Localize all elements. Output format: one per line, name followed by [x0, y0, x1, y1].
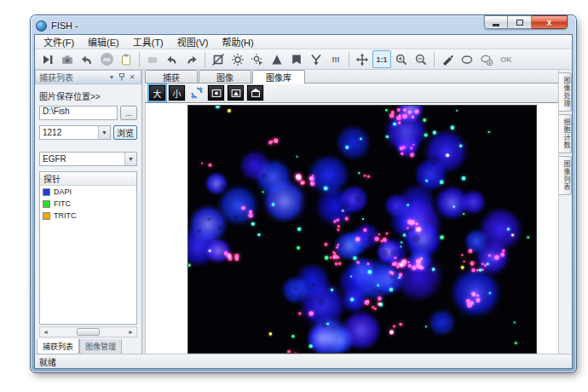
tritc-color-swatch — [43, 212, 50, 220]
caption-buttons: x — [484, 15, 568, 29]
gallery-home-button[interactable] — [247, 85, 263, 101]
menu-help[interactable]: 帮助(H) — [215, 34, 260, 49]
contrast-adjust-icon — [251, 53, 264, 66]
scrollbar-track[interactable] — [51, 327, 125, 337]
dapi-color-swatch — [43, 188, 50, 196]
capture-camera-button[interactable] — [58, 50, 77, 68]
menu-file[interactable]: 文件(F) — [37, 34, 81, 49]
minimize-button[interactable] — [484, 15, 508, 29]
flag-button[interactable] — [287, 50, 306, 68]
step-forward-button[interactable] — [38, 50, 57, 68]
toolbar-separator — [349, 52, 349, 67]
delete-region-button[interactable] — [477, 50, 496, 68]
right-tab-strip: 图像处理 细胞计数 图像列表 — [558, 70, 572, 354]
thumbnail-large-button[interactable]: 大 — [149, 85, 165, 101]
probe-panel-combobox[interactable]: EGFR ▼ — [39, 152, 137, 166]
tab-image-list[interactable]: 图像列表 — [559, 156, 572, 195]
menu-view[interactable]: 视图(V) — [170, 34, 216, 49]
close-icon[interactable]: ✕ — [127, 72, 137, 83]
exclamation-icon: !!! — [332, 55, 340, 64]
main-view: 捕获 图像 图像库 大 小 — [145, 70, 558, 354]
merge-button[interactable] — [307, 50, 326, 68]
capture-list-panel-title: 捕获列表 — [39, 71, 107, 84]
brightness-button[interactable] — [228, 50, 247, 68]
browse-button[interactable]: 浏览 — [113, 125, 137, 140]
refresh-button[interactable] — [188, 85, 205, 101]
rotate-left-icon — [165, 53, 179, 66]
contrast-adjust-button[interactable] — [248, 50, 267, 68]
chevron-down-icon[interactable]: ▾ — [107, 72, 117, 83]
zoom-in-button[interactable] — [392, 50, 411, 68]
scroll-left-icon[interactable]: ◄ — [40, 327, 51, 337]
horizontal-scrollbar[interactable]: ◄ ► — [39, 326, 137, 337]
window-title: FISH - — [51, 20, 78, 31]
list-item[interactable]: FITC — [40, 198, 136, 210]
undo-button[interactable] — [78, 50, 96, 68]
status-text: 就绪 — [39, 355, 56, 368]
image-canvas-area[interactable] — [145, 103, 558, 354]
warning-marks-button[interactable]: !!! — [326, 50, 345, 68]
boxed-camera-icon — [210, 87, 222, 99]
chevron-down-icon[interactable]: ▼ — [124, 153, 136, 165]
one-to-one-icon: 1:1 — [376, 55, 387, 64]
ellipse-region-button[interactable] — [458, 50, 476, 68]
close-button[interactable]: x — [532, 15, 568, 29]
brightness-icon — [231, 53, 245, 66]
tab-capture-list[interactable]: 捕获列表 — [37, 339, 79, 355]
tab-cell-counting[interactable]: 细胞计数 — [559, 114, 572, 153]
scroll-right-icon[interactable]: ► — [125, 327, 136, 337]
tab-image-management[interactable]: 图像管理 — [79, 339, 122, 355]
camera-icon — [61, 53, 74, 66]
save-path-input[interactable]: D:\Fish — [39, 106, 118, 120]
path-ellipsis-button[interactable]: ... — [120, 106, 137, 120]
dock-bottom-tabs: 捕获列表 图像管理 — [35, 339, 141, 354]
ellipse-icon — [460, 53, 474, 66]
pan-icon — [355, 53, 369, 66]
probe-list-header: 探针 — [40, 172, 136, 186]
crop-button[interactable] — [209, 50, 228, 68]
titlebar[interactable]: FISH - — [36, 18, 78, 33]
chevron-down-icon[interactable]: ▼ — [98, 126, 110, 139]
boxed-home-icon — [250, 87, 262, 99]
clipboard-icon — [119, 53, 133, 66]
sharpen-button[interactable] — [268, 50, 286, 68]
menu-tools[interactable]: 工具(T) — [126, 34, 170, 49]
spacer — [39, 145, 137, 152]
marker-pen-button[interactable] — [438, 50, 457, 68]
tab-capture[interactable]: 捕获 — [145, 70, 198, 83]
gallery-camera-button[interactable] — [208, 85, 224, 101]
case-name-combobox[interactable]: 1212 ▼ — [39, 125, 111, 140]
minimize-icon — [493, 24, 499, 26]
case-name-value: 1212 — [40, 128, 98, 137]
ok-button[interactable]: OK — [497, 50, 516, 68]
menu-bar: 文件(F) 编辑(E) 工具(T) 视图(V) 帮助(H) — [35, 35, 572, 49]
save-disabled-button[interactable] — [143, 50, 162, 68]
rotate-right-button[interactable] — [182, 50, 201, 68]
list-item[interactable]: DAPI — [40, 186, 136, 198]
pan-button[interactable] — [353, 50, 372, 68]
tab-image-processing[interactable]: 图像处理 — [559, 72, 572, 112]
save-icon — [146, 53, 159, 66]
pin-icon[interactable] — [117, 72, 127, 83]
capture-list-panel: 捕获列表 ▾ ✕ 图片保存位置>> D:\Fish ... — [35, 70, 142, 354]
clipboard-button[interactable] — [117, 50, 135, 68]
zoom-out-button[interactable] — [412, 50, 430, 68]
tab-image[interactable]: 图像 — [199, 70, 251, 83]
scrollbar-thumb[interactable] — [77, 328, 101, 336]
fish-micrograph-canvas — [188, 106, 536, 353]
menu-edit[interactable]: 编辑(E) — [81, 34, 126, 49]
maximize-button[interactable] — [508, 15, 532, 29]
status-bar: 就绪 — [35, 354, 572, 368]
rotate-left-button[interactable] — [163, 50, 182, 68]
ab-compare-button[interactable]: AB — [97, 50, 116, 68]
tab-image-library[interactable]: 图像库 — [252, 70, 305, 84]
list-item[interactable]: TRITC — [40, 210, 136, 222]
save-location-label: 图片保存位置>> — [39, 89, 137, 102]
fish-micrograph-image[interactable] — [187, 105, 537, 354]
crop-icon — [211, 53, 225, 66]
thumbnail-small-button[interactable]: 小 — [169, 85, 185, 101]
refresh-icon — [190, 86, 204, 100]
actual-size-button[interactable]: 1:1 — [372, 50, 391, 68]
gallery-picture-button[interactable] — [228, 85, 244, 101]
zoom-in-icon — [395, 53, 408, 66]
